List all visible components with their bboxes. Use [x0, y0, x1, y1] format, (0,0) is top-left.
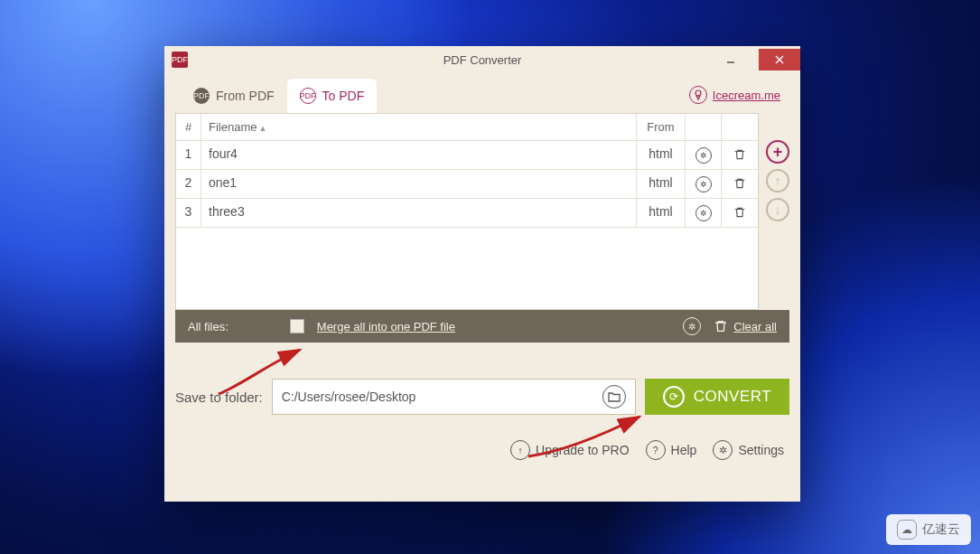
row-settings-button[interactable]: ✲ — [686, 170, 722, 198]
trash-icon — [732, 146, 748, 163]
clear-all-button[interactable]: Clear all — [714, 319, 777, 333]
trash-icon — [714, 319, 728, 333]
tab-label: To PDF — [322, 89, 365, 103]
watermark-text: 亿速云 — [922, 521, 960, 538]
watermark: ☁ 亿速云 — [886, 514, 971, 545]
save-to-folder-label: Save to folder: — [175, 390, 263, 405]
convert-icon: ⟳ — [663, 386, 685, 408]
from-pdf-icon: PDF — [193, 88, 210, 104]
tab-to-pdf[interactable]: PDF To PDF — [287, 79, 378, 113]
brand-label: Icecream.me — [713, 89, 780, 102]
gear-icon: ✲ — [695, 176, 712, 192]
clear-all-label: Clear all — [733, 320, 777, 333]
tab-label: From PDF — [216, 89, 275, 103]
row-from: html — [637, 199, 686, 227]
move-up-button[interactable]: ↑ — [766, 169, 789, 192]
col-settings — [686, 114, 722, 140]
col-delete — [722, 114, 758, 140]
row-settings-button[interactable]: ✲ — [686, 199, 722, 227]
svg-point-3 — [695, 90, 701, 96]
browse-folder-button[interactable] — [602, 385, 626, 408]
app-window: PDF PDF Converter PDF From PDF PDF To PD… — [164, 46, 800, 502]
to-pdf-icon: PDF — [300, 88, 316, 104]
all-settings-button[interactable]: ✲ — [683, 317, 701, 335]
row-num: 3 — [176, 199, 201, 227]
save-path-input[interactable]: C:/Users/rosee/Desktop — [272, 379, 636, 415]
convert-button[interactable]: ⟳ CONVERT — [645, 379, 789, 415]
settings-button[interactable]: ✲ Settings — [713, 440, 784, 460]
add-file-button[interactable]: + — [766, 140, 789, 164]
row-filename: one1 — [201, 170, 637, 198]
help-label: Help — [671, 443, 697, 457]
upgrade-icon: ↑ — [510, 440, 530, 460]
merge-checkbox[interactable] — [290, 319, 304, 333]
upgrade-button[interactable]: ↑ Upgrade to PRO — [510, 440, 630, 460]
col-from[interactable]: From — [637, 114, 686, 140]
footer: ↑ Upgrade to PRO ? Help ✲ Settings — [164, 440, 800, 460]
side-buttons: + ↑ ↓ — [766, 113, 789, 310]
minimize-button[interactable] — [710, 49, 751, 70]
trash-icon — [732, 204, 748, 221]
window-title: PDF Converter — [164, 53, 800, 67]
save-path-value: C:/Users/rosee/Desktop — [282, 390, 602, 404]
tab-from-pdf[interactable]: PDF From PDF — [181, 79, 287, 113]
close-button[interactable] — [759, 49, 800, 70]
table-row[interactable]: 3 three3 html ✲ — [176, 199, 758, 228]
row-num: 1 — [176, 141, 201, 169]
row-filename: four4 — [201, 141, 637, 169]
table-row[interactable]: 1 four4 html ✲ — [176, 141, 758, 170]
settings-label: Settings — [738, 443, 784, 457]
app-icon: PDF — [172, 52, 188, 68]
move-down-button[interactable]: ↓ — [766, 198, 789, 221]
row-filename: three3 — [201, 199, 637, 227]
table-row[interactable]: 2 one1 html ✲ — [176, 170, 758, 199]
convert-label: CONVERT — [694, 388, 771, 406]
titlebar: PDF PDF Converter — [164, 46, 800, 73]
row-delete-button[interactable] — [722, 170, 758, 198]
row-from: html — [637, 170, 686, 198]
upgrade-label: Upgrade to PRO — [536, 443, 630, 457]
row-settings-button[interactable]: ✲ — [686, 141, 722, 169]
tabs-row: PDF From PDF PDF To PDF Icecream.me — [164, 73, 800, 113]
gear-icon: ✲ — [713, 440, 733, 460]
help-button[interactable]: ? Help — [646, 440, 697, 460]
row-from: html — [637, 141, 686, 169]
row-num: 2 — [176, 170, 201, 198]
cloud-icon: ☁ — [897, 520, 917, 540]
file-table: # Filename▲ From 1 four4 html ✲ 2 — [175, 113, 759, 310]
table-body: 1 four4 html ✲ 2 one1 html ✲ 3 — [176, 141, 758, 309]
gear-icon: ✲ — [695, 147, 712, 164]
all-files-toolbar: All files: Merge all into one PDF file ✲… — [175, 310, 789, 343]
col-num[interactable]: # — [176, 114, 201, 140]
help-icon: ? — [646, 440, 666, 460]
icecream-icon — [689, 86, 707, 104]
brand-link[interactable]: Icecream.me — [689, 86, 780, 104]
trash-icon — [732, 175, 748, 192]
col-filename[interactable]: Filename▲ — [201, 114, 637, 140]
row-delete-button[interactable] — [722, 141, 758, 169]
row-delete-button[interactable] — [722, 199, 758, 227]
gear-icon: ✲ — [695, 205, 712, 221]
merge-link[interactable]: Merge all into one PDF file — [317, 320, 455, 333]
save-row: Save to folder: C:/Users/rosee/Desktop ⟳… — [164, 379, 800, 415]
all-files-label: All files: — [188, 320, 229, 333]
sort-asc-icon: ▲ — [258, 124, 266, 133]
table-header: # Filename▲ From — [176, 114, 758, 141]
